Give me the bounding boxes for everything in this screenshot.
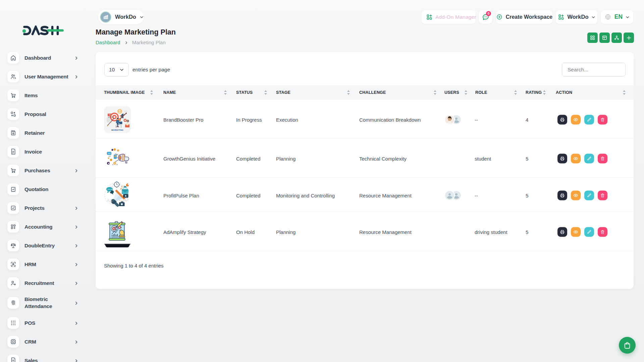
svg-text:Aa: Aa	[107, 198, 112, 203]
svg-text:MARKETING: MARKETING	[111, 129, 123, 131]
